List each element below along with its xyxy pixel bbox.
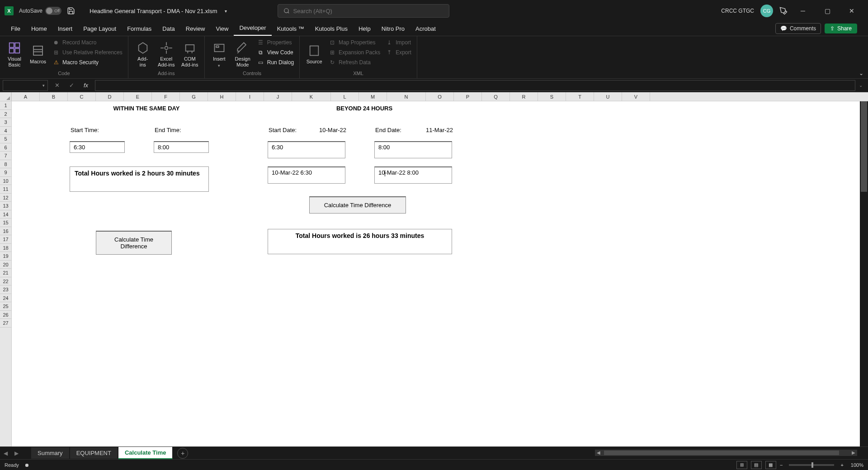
- refresh-data-button[interactable]: ↻Refresh Data: [327, 58, 382, 67]
- column-header[interactable]: K: [292, 92, 331, 101]
- page-break-icon[interactable]: ▦: [765, 461, 776, 469]
- use-relative-button[interactable]: ⊞Use Relative References: [51, 48, 124, 57]
- zoom-slider-thumb[interactable]: [811, 462, 813, 468]
- row-header[interactable]: 12: [0, 194, 11, 202]
- column-header[interactable]: H: [208, 92, 236, 101]
- row-header[interactable]: 3: [0, 118, 11, 127]
- row-header[interactable]: 26: [0, 311, 11, 319]
- row-header[interactable]: 27: [0, 319, 11, 328]
- macro-recorder-icon[interactable]: ⏺: [24, 462, 29, 468]
- row-header[interactable]: 24: [0, 294, 11, 303]
- page-layout-icon[interactable]: ▤: [751, 461, 762, 469]
- enter-formula-icon[interactable]: ✓: [66, 80, 77, 91]
- tab-home[interactable]: Home: [26, 22, 52, 36]
- row-header[interactable]: 8: [0, 160, 11, 169]
- row-header[interactable]: 5: [0, 135, 11, 143]
- row-header[interactable]: 25: [0, 302, 11, 311]
- name-box[interactable]: ▾: [3, 80, 48, 91]
- sheet-tab-summary[interactable]: Summary: [31, 447, 70, 459]
- toggle-icon[interactable]: Off: [45, 7, 61, 15]
- same-day-start-input[interactable]: 6:30: [70, 141, 125, 153]
- column-header[interactable]: S: [538, 92, 566, 101]
- tab-insert[interactable]: Insert: [52, 22, 78, 36]
- zoom-out-icon[interactable]: −: [780, 462, 783, 468]
- formula-input[interactable]: [95, 80, 855, 91]
- column-header[interactable]: P: [454, 92, 482, 101]
- row-header[interactable]: 15: [0, 218, 11, 227]
- formula-expand-icon[interactable]: ⌄: [859, 83, 868, 88]
- map-properties-button[interactable]: ⊡Map Properties: [327, 38, 382, 47]
- tab-page-layout[interactable]: Page Layout: [78, 22, 122, 36]
- add-sheet-button[interactable]: +: [177, 448, 188, 459]
- row-header[interactable]: 11: [0, 185, 11, 194]
- tab-data[interactable]: Data: [157, 22, 180, 36]
- vertical-scrollbar[interactable]: [860, 101, 868, 446]
- properties-button[interactable]: ☰Properties: [255, 38, 296, 47]
- row-header[interactable]: 1: [0, 101, 11, 110]
- share-button[interactable]: ⇪ Share: [825, 24, 857, 33]
- source-button[interactable]: Source: [303, 38, 325, 71]
- macro-security-button[interactable]: ⚠Macro Security: [51, 58, 124, 67]
- comments-button[interactable]: 💬 Comments: [775, 23, 821, 34]
- row-header[interactable]: 23: [0, 285, 11, 294]
- save-icon[interactable]: [67, 7, 75, 15]
- row-header[interactable]: 7: [0, 152, 11, 160]
- tab-help[interactable]: Help: [353, 22, 376, 36]
- column-header[interactable]: R: [510, 92, 538, 101]
- search-input[interactable]: [293, 8, 443, 14]
- pen-icon[interactable]: [779, 7, 788, 15]
- design-mode-button[interactable]: Design Mode: [232, 38, 254, 71]
- file-dropdown-icon[interactable]: ▾: [225, 9, 227, 14]
- row-header[interactable]: 10: [0, 177, 11, 185]
- normal-view-icon[interactable]: ⊞: [736, 461, 747, 469]
- user-avatar[interactable]: CG: [760, 5, 773, 17]
- run-dialog-button[interactable]: ▭Run Dialog: [255, 58, 296, 67]
- insert-control-button[interactable]: Insert▾: [208, 38, 230, 71]
- column-header[interactable]: F: [152, 92, 180, 101]
- sheet-nav-prev-icon[interactable]: ◀: [0, 450, 11, 456]
- row-header[interactable]: 14: [0, 210, 11, 219]
- row-header[interactable]: 4: [0, 127, 11, 135]
- macros-button[interactable]: Macros: [27, 38, 49, 71]
- row-header[interactable]: 21: [0, 269, 11, 277]
- tab-file[interactable]: File: [5, 22, 26, 36]
- column-header[interactable]: J: [264, 92, 292, 101]
- column-header[interactable]: M: [359, 92, 387, 101]
- chevron-down-icon[interactable]: ▾: [42, 83, 45, 88]
- ribbon-collapse-icon[interactable]: ⌄: [859, 70, 863, 76]
- column-header[interactable]: T: [566, 92, 594, 101]
- column-header[interactable]: V: [622, 92, 650, 101]
- row-header[interactable]: 9: [0, 168, 11, 177]
- minimize-button[interactable]: ─: [794, 4, 812, 18]
- row-header[interactable]: 20: [0, 261, 11, 269]
- tab-formulas[interactable]: Formulas: [122, 22, 157, 36]
- column-header[interactable]: D: [96, 92, 124, 101]
- search-box[interactable]: [278, 4, 449, 18]
- visual-basic-button[interactable]: Visual Basic: [4, 38, 25, 71]
- tab-view[interactable]: View: [210, 22, 234, 36]
- record-macro-button[interactable]: ⏺Record Macro: [51, 38, 124, 47]
- column-header[interactable]: U: [594, 92, 622, 101]
- row-header[interactable]: 6: [0, 143, 11, 152]
- export-button[interactable]: ⤒Export: [384, 48, 413, 57]
- tab-developer[interactable]: Developer: [234, 21, 271, 36]
- hscroll-left-icon[interactable]: ◀: [595, 450, 602, 456]
- column-header[interactable]: A: [12, 92, 40, 101]
- column-header[interactable]: Q: [482, 92, 510, 101]
- zoom-slider[interactable]: [789, 464, 834, 466]
- com-addins-button[interactable]: COM Add-ins: [179, 38, 201, 71]
- close-button[interactable]: ✕: [843, 4, 861, 18]
- cancel-formula-icon[interactable]: ✕: [52, 80, 62, 91]
- tab-acrobat[interactable]: Acrobat: [410, 22, 441, 36]
- import-button[interactable]: ⤓Import: [384, 38, 413, 47]
- beyond-start-input[interactable]: 6:30: [268, 141, 345, 158]
- column-header[interactable]: B: [40, 92, 68, 101]
- hscroll-thumb[interactable]: [604, 451, 839, 455]
- maximize-button[interactable]: ▢: [818, 4, 836, 18]
- tab-kutools[interactable]: Kutools ™: [272, 22, 310, 36]
- row-header[interactable]: 19: [0, 252, 11, 261]
- column-header[interactable]: C: [68, 92, 96, 101]
- column-header[interactable]: I: [236, 92, 264, 101]
- view-code-button[interactable]: ⧉View Code: [255, 48, 296, 57]
- horizontal-scrollbar[interactable]: ◀ ▶: [595, 450, 857, 456]
